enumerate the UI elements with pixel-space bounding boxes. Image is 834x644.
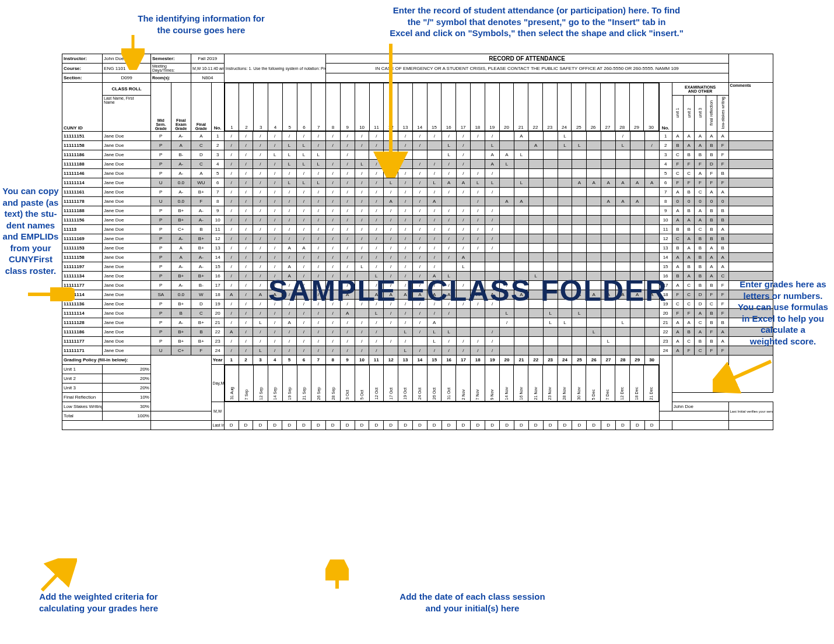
attendance-cell[interactable]: L <box>311 150 325 160</box>
attendance-cell[interactable] <box>500 141 514 150</box>
attendance-cell[interactable] <box>558 150 572 160</box>
attendance-cell[interactable] <box>543 141 558 150</box>
attendance-cell[interactable]: / <box>239 169 253 178</box>
attendance-cell[interactable] <box>528 234 543 244</box>
attendance-cell[interactable]: L <box>441 141 456 150</box>
attendance-cell[interactable]: / <box>340 337 355 346</box>
attendance-cell[interactable] <box>485 262 500 272</box>
signer[interactable]: John Doe <box>672 402 728 411</box>
attendance-cell[interactable] <box>601 160 616 169</box>
attendance-cell[interactable] <box>572 328 587 337</box>
exam-grade-cell[interactable]: A <box>672 188 683 197</box>
date-cell[interactable]: 19 Oct <box>398 365 413 402</box>
attendance-cell[interactable]: / <box>311 197 325 206</box>
meeting-value[interactable]: M,W 10-11:40 am <box>191 64 225 73</box>
mid-grade[interactable]: P <box>150 160 171 169</box>
attendance-cell[interactable] <box>558 337 572 346</box>
attendance-cell[interactable]: L <box>615 318 630 328</box>
final-grade[interactable]: A <box>191 169 212 178</box>
attendance-cell[interactable]: / <box>239 253 253 262</box>
attendance-cell[interactable]: / <box>384 216 398 225</box>
attendance-cell[interactable]: / <box>456 188 471 197</box>
exam-grade-cell[interactable]: F <box>717 346 728 356</box>
attendance-cell[interactable]: / <box>325 318 340 328</box>
exam-grade-cell[interactable]: B <box>684 225 695 234</box>
attendance-cell[interactable] <box>471 160 485 169</box>
attendance-cell[interactable] <box>601 272 616 281</box>
attendance-cell[interactable]: / <box>441 225 456 234</box>
attendance-cell[interactable]: / <box>224 253 239 262</box>
exam-grade-cell[interactable]: F <box>717 160 728 169</box>
attendance-cell[interactable]: / <box>325 300 340 309</box>
initial-cell[interactable]: D <box>456 421 471 430</box>
exam-grade-cell[interactable]: C <box>695 346 706 356</box>
exam-grade-cell[interactable]: F <box>684 160 695 169</box>
finalexam-grade[interactable]: A- <box>171 132 191 141</box>
attendance-cell[interactable]: / <box>224 346 239 356</box>
final-grade[interactable]: B+ <box>191 337 212 346</box>
attendance-cell[interactable]: / <box>311 225 325 234</box>
attendance-cell[interactable]: / <box>412 272 427 281</box>
attendance-cell[interactable] <box>572 225 587 234</box>
attendance-cell[interactable] <box>601 244 616 253</box>
attendance-cell[interactable] <box>587 272 601 281</box>
attendance-cell[interactable] <box>615 150 630 160</box>
finalexam-grade[interactable]: A <box>171 141 191 150</box>
attendance-cell[interactable]: / <box>282 206 297 216</box>
attendance-cell[interactable]: A <box>485 290 500 300</box>
attendance-cell[interactable]: / <box>311 346 325 356</box>
mid-grade[interactable]: P <box>150 253 171 262</box>
attendance-cell[interactable]: A <box>282 318 297 328</box>
attendance-cell[interactable] <box>543 281 558 290</box>
attendance-cell[interactable] <box>528 328 543 337</box>
student-name[interactable]: Jane Doe <box>103 244 151 253</box>
attendance-cell[interactable] <box>630 234 644 244</box>
attendance-cell[interactable]: / <box>311 216 325 225</box>
attendance-cell[interactable] <box>601 150 616 160</box>
attendance-cell[interactable]: / <box>355 225 369 234</box>
student-name[interactable]: Jane Doe <box>103 253 151 262</box>
attendance-cell[interactable] <box>485 253 500 262</box>
attendance-cell[interactable]: / <box>412 244 427 253</box>
attendance-cell[interactable] <box>601 328 616 337</box>
comments-cell[interactable] <box>728 178 773 188</box>
attendance-cell[interactable]: / <box>471 234 485 244</box>
attendance-cell[interactable]: / <box>268 160 282 169</box>
attendance-cell[interactable]: / <box>427 169 441 178</box>
exam-grade-cell[interactable]: A <box>717 328 728 337</box>
attendance-cell[interactable] <box>528 309 543 318</box>
attendance-cell[interactable]: / <box>325 309 340 318</box>
attendance-cell[interactable]: / <box>311 188 325 197</box>
attendance-cell[interactable]: / <box>427 253 441 262</box>
attendance-cell[interactable]: L <box>485 178 500 188</box>
attendance-cell[interactable] <box>587 169 601 178</box>
initial-cell[interactable]: D <box>325 421 340 430</box>
exam-grade-cell[interactable]: A <box>717 132 728 141</box>
attendance-cell[interactable] <box>644 225 659 234</box>
exam-grade-cell[interactable]: A <box>672 318 683 328</box>
attendance-cell[interactable]: / <box>485 188 500 197</box>
attendance-cell[interactable] <box>601 206 616 216</box>
attendance-cell[interactable] <box>644 262 659 272</box>
attendance-cell[interactable]: / <box>412 225 427 234</box>
attendance-cell[interactable]: / <box>369 178 384 188</box>
attendance-cell[interactable]: / <box>239 328 253 337</box>
initial-cell[interactable]: D <box>268 421 282 430</box>
finalexam-grade[interactable]: A- <box>171 188 191 197</box>
exam-grade-cell[interactable]: B <box>717 318 728 328</box>
attendance-cell[interactable]: / <box>311 309 325 318</box>
attendance-cell[interactable]: / <box>239 197 253 206</box>
exam-grade-cell[interactable]: A <box>695 328 706 337</box>
exam-grade-cell[interactable]: A <box>684 234 695 244</box>
attendance-cell[interactable]: / <box>398 300 413 309</box>
exam-grade-cell[interactable]: A <box>684 244 695 253</box>
exam-grade-cell[interactable]: F <box>695 178 706 188</box>
exam-grade-cell[interactable]: A <box>717 253 728 262</box>
attendance-cell[interactable]: / <box>384 206 398 216</box>
attendance-cell[interactable]: A <box>456 253 471 262</box>
attendance-cell[interactable]: / <box>325 337 340 346</box>
attendance-cell[interactable] <box>514 244 528 253</box>
attendance-cell[interactable]: A <box>644 178 659 188</box>
attendance-cell[interactable]: A <box>412 290 427 300</box>
attendance-cell[interactable]: L <box>543 318 558 328</box>
